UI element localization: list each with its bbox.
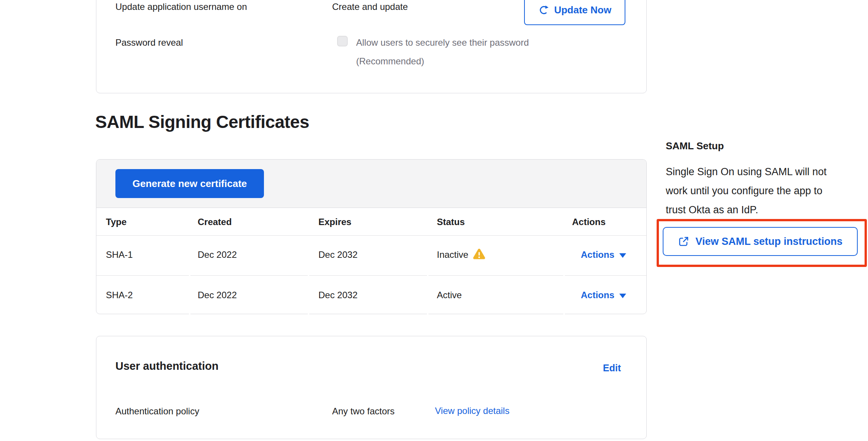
cert-row-type: SHA-1 — [106, 249, 133, 260]
cert-row-created: Dec 2022 — [198, 290, 237, 300]
cert-row-expires: Dec 2032 — [318, 249, 358, 260]
password-reveal-checkbox-label: Allow users to securely see their passwo… — [356, 37, 529, 48]
divider-gap — [427, 275, 428, 276]
divider-gap — [563, 275, 565, 276]
refresh-icon — [538, 5, 549, 16]
saml-setup-title: SAML Setup — [666, 140, 724, 152]
password-reveal-checkbox[interactable] — [337, 36, 348, 46]
saml-setup-description: Single Sign On using SAML will not work … — [666, 162, 868, 219]
warning-icon — [473, 248, 486, 262]
divider-gap — [308, 313, 309, 314]
cert-row-type: SHA-2 — [106, 290, 133, 300]
password-reveal-checkbox-note: (Recommended) — [356, 56, 424, 67]
column-header-expires: Expires — [318, 217, 352, 227]
actions-dropdown-sha2[interactable]: Actions — [581, 290, 626, 300]
external-link-icon — [678, 236, 689, 247]
instructions-button-label: View SAML setup instructions — [695, 236, 842, 248]
user-authentication-title: User authentication — [115, 360, 219, 372]
provisioning-settings-card: Update application username on Create an… — [96, 0, 647, 93]
column-header-type: Type — [106, 217, 126, 227]
column-header-status: Status — [437, 217, 465, 227]
description-line: work until you configure the app to — [666, 181, 868, 200]
description-line: Single Sign On using SAML will not — [666, 162, 868, 181]
actions-dropdown-sha1[interactable]: Actions — [581, 249, 626, 260]
column-header-actions: Actions — [572, 217, 606, 227]
divider-gap — [308, 275, 309, 276]
cert-row-status: Inactive — [437, 249, 468, 260]
page: Update application username on Create an… — [0, 0, 868, 441]
authentication-policy-label: Authentication policy — [115, 406, 199, 417]
username-update-label: Update application username on — [115, 1, 247, 13]
saml-certificates-card: Generate new certificate Type Created Ex… — [96, 159, 647, 314]
caret-down-icon — [619, 294, 626, 298]
update-now-button[interactable]: Update Now — [524, 0, 625, 25]
authentication-policy-value: Any two factors — [332, 406, 395, 417]
divider-gap — [427, 313, 428, 314]
cert-row-expires: Dec 2032 — [318, 290, 358, 300]
divider-gap — [189, 275, 190, 276]
divider-gap — [563, 313, 565, 314]
user-authentication-card: User authentication Edit Authentication … — [96, 336, 647, 439]
cert-row-created: Dec 2022 — [198, 249, 237, 260]
generate-new-certificate-button[interactable]: Generate new certificate — [115, 169, 264, 198]
cert-row-status: Active — [437, 290, 462, 300]
actions-label: Actions — [581, 290, 614, 300]
divider-gap — [189, 313, 190, 314]
view-saml-setup-instructions-button[interactable]: View SAML setup instructions — [663, 227, 858, 256]
update-now-label: Update Now — [554, 4, 611, 16]
description-line: trust Okta as an IdP. — [666, 200, 868, 219]
header-divider — [96, 235, 646, 236]
username-update-value: Create and update — [332, 1, 408, 13]
edit-link[interactable]: Edit — [603, 363, 621, 374]
saml-signing-certificates-heading: SAML Signing Certificates — [95, 112, 309, 132]
column-header-created: Created — [198, 217, 232, 227]
caret-down-icon — [619, 253, 626, 258]
view-policy-details-link[interactable]: View policy details — [435, 406, 510, 416]
actions-label: Actions — [581, 249, 614, 260]
password-reveal-label: Password reveal — [115, 37, 183, 48]
